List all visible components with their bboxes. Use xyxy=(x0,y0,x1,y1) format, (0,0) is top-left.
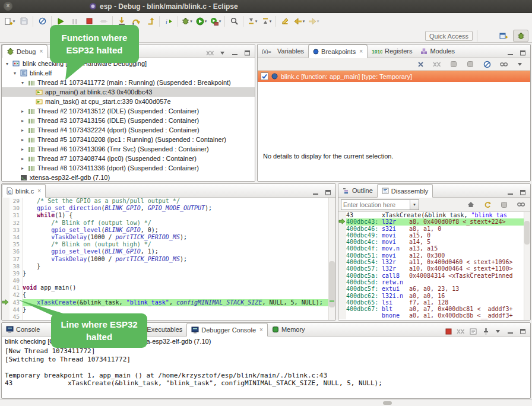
minimize-view-button[interactable] xyxy=(505,188,516,197)
editor-line[interactable]: 29 /* Set the GPIO as a push/pull output… xyxy=(2,198,335,205)
tab-outline[interactable]: Outline xyxy=(338,184,377,197)
save-button[interactable] xyxy=(17,15,31,28)
tree-expand-arrow-icon[interactable]: ▸ xyxy=(20,156,26,161)
tree-expand-arrow-icon[interactable]: ▸ xyxy=(20,137,26,142)
quick-access-button[interactable]: Quick Access xyxy=(425,31,473,41)
debug-tree-item[interactable]: ▸Thread #7 1073408744 (ipc0) (Suspended … xyxy=(2,154,255,163)
dropdown-arrow-icon[interactable]: ▾ xyxy=(190,19,192,24)
step-return-button[interactable] xyxy=(143,15,157,28)
pin-console-button[interactable] xyxy=(480,326,491,336)
link-with-debug-view-button[interactable] xyxy=(496,58,511,71)
tree-expand-arrow-icon[interactable]: ▾ xyxy=(20,80,26,85)
editor-scrollbar[interactable] xyxy=(328,198,335,320)
sync-active-context-button[interactable] xyxy=(497,198,511,211)
disassembly-instruction[interactable]: 400dbc57:l32ra10, 0x400d0464 <_stext+110… xyxy=(338,265,530,272)
tree-expand-arrow-icon[interactable]: ▾ xyxy=(12,71,18,76)
maximize-view-button[interactable] xyxy=(518,48,528,58)
remove-launch-button[interactable] xyxy=(455,326,466,336)
dropdown-arrow-icon[interactable]: ▾ xyxy=(270,19,272,24)
external-tools-button[interactable]: ▾ xyxy=(208,15,223,28)
forward-button[interactable]: ▾ xyxy=(306,15,321,28)
tab-debugger-console[interactable]: Debugger Console× xyxy=(186,323,268,337)
new-button[interactable]: ▾ xyxy=(2,15,17,28)
debug-tree-item[interactable]: ▸Thread #5 1073410208 (ipc1 : Running) (… xyxy=(2,135,255,144)
maximize-view-button[interactable] xyxy=(518,188,528,197)
tree-expand-arrow-icon[interactable]: ▸ xyxy=(20,118,26,123)
disassembly-listing[interactable]: 43xTaskCreate(&blink_task, "blink_tas400… xyxy=(338,212,530,320)
display-selected-console-button[interactable] xyxy=(493,326,504,336)
debug-tree-item[interactable]: ▸Thread #3 1073413156 (IDLE) (Suspended … xyxy=(2,116,255,125)
debug-tree-item[interactable]: >_xtensa-esp32-elf-gdb (7.10) xyxy=(2,173,255,181)
minimize-view-button[interactable] xyxy=(505,48,516,58)
close-tab-icon[interactable]: × xyxy=(39,48,43,55)
disassembly-instruction[interactable]: 400dbc62:l32i.na0, a0, 16 xyxy=(338,293,530,299)
clear-console-button[interactable] xyxy=(468,326,479,336)
minimize-view-button[interactable] xyxy=(311,188,321,197)
remove-all-breakpoints-button[interactable] xyxy=(430,58,444,71)
tab-console[interactable]: Console xyxy=(2,323,44,336)
maximize-view-button[interactable] xyxy=(242,48,253,58)
open-perspective-button[interactable] xyxy=(496,30,511,42)
tab-breakpoints[interactable]: Breakpoints× xyxy=(308,45,368,58)
tree-expand-arrow-icon[interactable]: ▸ xyxy=(20,166,26,171)
debug-tree-item[interactable]: ▾blink.elf xyxy=(2,68,255,78)
disassembly-scrollbar[interactable] xyxy=(524,212,530,320)
debug-tree-item[interactable]: ▾Thread #1 1073411772 (main : Running) (… xyxy=(2,78,255,87)
debug-tree-item[interactable]: ▸Thread #4 1073432224 (dport) (Suspended… xyxy=(2,125,255,135)
back-button[interactable]: ▾ xyxy=(292,15,306,28)
disassembly-instruction[interactable]: 400dbc5f:extuia6, a0, 23, 13 xyxy=(338,286,530,292)
debug-tree-item[interactable]: ▸Thread #2 1073413512 (IDLE) (Suspended … xyxy=(2,106,255,116)
disassembly-instruction[interactable]: 400dbc43:l32ra8, 0x400d00f8 <_stext+224> xyxy=(338,218,530,225)
dropdown-arrow-icon[interactable]: ▾ xyxy=(13,19,15,24)
tree-expand-arrow-icon[interactable]: ▸ xyxy=(20,109,26,114)
tab-blink-c[interactable]: Cblink.c× xyxy=(2,184,46,198)
debug-button[interactable]: ▾ xyxy=(180,15,194,28)
terminate-button[interactable] xyxy=(443,326,454,336)
breakpoint-checkbox[interactable] xyxy=(261,72,268,80)
dropdown-arrow-icon[interactable]: ▾ xyxy=(317,19,319,24)
debug-tree-item[interactable]: main_task() at cpu_start.c:339 0x400d057… xyxy=(2,97,255,106)
previous-annotation-button[interactable]: ▾ xyxy=(259,15,274,28)
close-tab-icon[interactable]: × xyxy=(259,326,263,333)
editor-line[interactable]: 38 } xyxy=(2,263,335,270)
maximize-view-button[interactable] xyxy=(518,326,528,336)
disassembly-scrollbar-thumb[interactable] xyxy=(524,221,530,245)
debug-tree-item[interactable]: app_main() at blink.c:43 0x400dbc43 xyxy=(2,87,255,97)
combo-dropdown-icon[interactable]: ▾ xyxy=(410,200,419,210)
remove-breakpoint-button[interactable] xyxy=(413,58,428,71)
close-tab-icon[interactable]: × xyxy=(359,48,363,55)
debug-tree-item[interactable]: ▸Thread #6 1073413096 (Tmr Svc) (Suspend… xyxy=(2,144,255,154)
disassembly-instruction[interactable]: 400dbc49:movia15, 0 xyxy=(338,232,530,239)
editor-line[interactable]: 39} xyxy=(2,270,335,277)
disassembly-instruction[interactable]: 400dbc54:l32ra11, 0x400d0460 <_stext+109… xyxy=(338,259,530,265)
disassembly-instruction[interactable]: 400dbc67:blta0, a7, 0x400dbc81 <__adddf3… xyxy=(338,306,530,312)
breakpoints-menu-button[interactable] xyxy=(513,58,527,71)
editor-line[interactable]: 36 gpio_set_level(BLINK_GPIO, 1); xyxy=(2,248,335,255)
disassembly-instruction[interactable]: bnonea0, a1, 0x400dbc8b <__adddf3+ xyxy=(338,312,530,319)
editor-line[interactable]: 35 /* Blink on (output high) */ xyxy=(2,241,335,248)
run-button[interactable]: ▾ xyxy=(194,15,208,28)
view-menu-button[interactable] xyxy=(217,48,228,58)
tab-registers[interactable]: 1010Registers xyxy=(368,45,416,58)
refresh-button[interactable] xyxy=(480,198,495,211)
minimize-view-button[interactable] xyxy=(505,326,516,336)
last-edit-location-button[interactable] xyxy=(278,15,292,28)
dropdown-arrow-icon[interactable]: ▾ xyxy=(205,19,207,24)
tab-debug[interactable]: Debug× xyxy=(2,45,48,58)
tab-modules[interactable]: Modules xyxy=(416,45,459,58)
show-supported-breakpoints-button[interactable] xyxy=(446,58,461,71)
editor-line[interactable]: 40 xyxy=(2,277,335,284)
dropdown-arrow-icon[interactable]: ▾ xyxy=(219,19,221,24)
location-input[interactable] xyxy=(341,200,410,210)
tab-memory[interactable]: Memory xyxy=(268,323,309,336)
editor-line[interactable]: 41void app_main() xyxy=(2,284,335,291)
debug-perspective-button[interactable] xyxy=(513,30,528,42)
remove-all-terminated-button[interactable] xyxy=(205,48,216,58)
close-tab-icon[interactable]: × xyxy=(37,188,41,194)
breakpoint-item[interactable]: blink.c [function: app_main] [type: Temp… xyxy=(258,71,530,82)
skip-all-breakpoints-button[interactable] xyxy=(480,58,494,71)
disassembly-instruction[interactable]: 400dbc46:s32ia8, a1, 0 xyxy=(338,226,530,232)
debug-tree-item[interactable]: ▸Thread #8 1073411336 (dport) (Suspended… xyxy=(2,163,255,173)
editor-line[interactable]: 32 /* Blink off (output low) */ xyxy=(2,220,335,227)
disassembly-instruction[interactable]: 400dbc4c:movia14, 5 xyxy=(338,239,530,245)
